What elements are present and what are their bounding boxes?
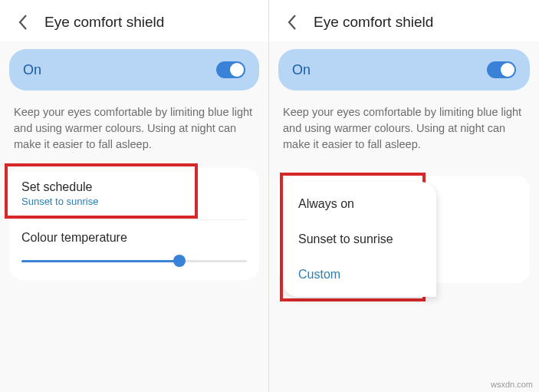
back-icon[interactable] [15, 15, 31, 30]
on-label: On [292, 62, 311, 78]
settings-card: Set schedule Sunset to sunrise Colour te… [9, 168, 259, 280]
schedule-title: Set schedule [21, 180, 247, 194]
header: Eye comfort shield [0, 0, 268, 41]
slider-fill [21, 260, 179, 262]
slider-thumb[interactable] [173, 255, 186, 267]
option-custom[interactable]: Custom [283, 257, 436, 292]
set-schedule-row[interactable]: Set schedule Sunset to sunrise [9, 168, 259, 219]
back-icon[interactable] [284, 15, 300, 30]
panel-left: Eye comfort shield On Keep your eyes com… [0, 0, 269, 392]
schedule-value: Sunset to sunrise [21, 196, 247, 207]
on-toggle-card[interactable]: On [9, 49, 259, 91]
page-title: Eye comfort shield [44, 14, 164, 31]
colour-temperature-slider[interactable] [21, 254, 247, 268]
description-text: Keep your eyes comfortable by limiting b… [269, 91, 539, 168]
description-text: Keep your eyes comfortable by limiting b… [0, 91, 268, 168]
option-sunset-to-sunrise[interactable]: Sunset to sunrise [283, 222, 436, 257]
option-always-on[interactable]: Always on [283, 186, 436, 222]
panel-right: Eye comfort shield On Keep your eyes com… [269, 0, 539, 392]
popup-wrap: Always on Sunset to sunrise Custom [269, 168, 539, 297]
watermark: wsxdn.com [491, 380, 533, 389]
colour-temperature-label: Colour temperature [21, 231, 247, 245]
toggle-switch[interactable] [487, 61, 516, 78]
page-title: Eye comfort shield [314, 14, 433, 31]
colour-temperature-row: Colour temperature [9, 220, 259, 280]
on-label: On [23, 62, 41, 78]
schedule-options-popup: Always on Sunset to sunrise Custom [283, 182, 436, 297]
on-toggle-card[interactable]: On [278, 49, 530, 91]
toggle-switch[interactable] [216, 61, 245, 78]
header: Eye comfort shield [269, 0, 539, 41]
